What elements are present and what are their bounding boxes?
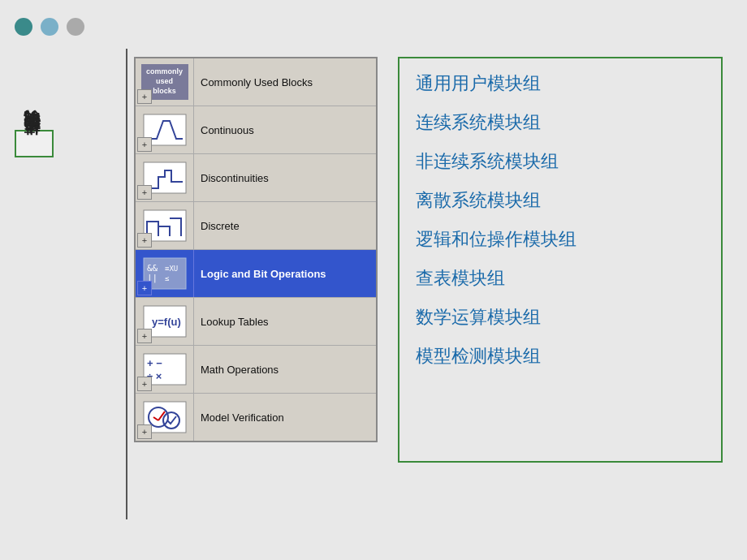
library-row[interactable]: Discontinuities + [136,154,376,202]
expand-discrete[interactable]: + [137,233,152,248]
expand-math[interactable]: + [137,377,152,391]
library-row[interactable]: commonlyused blocks Commonly Used Blocks… [136,58,376,106]
blue-dot [41,18,58,36]
expand-discontinuities[interactable]: + [137,185,152,200]
library-row-selected[interactable]: && || ≡XU ≤ Logic and Bit Operations + [136,250,376,298]
library-row[interactable]: + − ÷ × Math Operations + [136,346,376,394]
svg-text:≤: ≤ [165,274,170,282]
expand-model-verif[interactable]: + [137,424,152,439]
desc-item-1: 通用用户模块组 [416,71,705,96]
library-row[interactable]: Model Verification + [136,394,376,441]
desc-item-5: 逻辑和位操作模块组 [416,227,705,252]
desc-item-7: 数学运算模块组 [416,305,705,330]
description-panel: 通用用户模块组 连续系统模块组 非连续系统模块组 离散系统模块组 逻辑和位操作模… [398,57,723,463]
label-logic: Logic and Bit Operations [194,265,376,283]
label-lookup: Lookup Tables [194,312,376,331]
desc-item-8: 模型检测模块组 [416,344,705,368]
desc-item-6: 查表模块组 [416,266,705,291]
decorative-dots [15,18,84,36]
svg-text:y=f(u): y=f(u) [152,316,181,328]
desc-item-3: 非连续系统模块组 [416,149,705,174]
library-row[interactable]: y=f(u) Lookup Tables + [136,298,376,346]
vertical-divider [126,49,127,519]
expand-lookup[interactable]: + [137,329,152,343]
label-continuous: Continuous [194,121,376,140]
label-model-verif: Model Verification [194,408,376,427]
gray-dot [67,18,84,36]
library-row[interactable]: Continuous + [136,106,376,154]
svg-text:+  −: + − [147,357,162,369]
label-discontinuities: Discontinuities [194,169,376,187]
expand-logic[interactable]: + [137,281,152,295]
svg-text:≡XU: ≡XU [165,265,178,273]
label-commonly-used: Commonly Used Blocks [194,73,376,92]
label-math: Math Operations [194,360,376,379]
library-panel: commonlyused blocks Commonly Used Blocks… [134,57,378,442]
desc-item-2: 连续系统模块组 [416,110,705,135]
sidebar-label: 模块库功能说明 [15,130,54,157]
expand-commonly-used[interactable]: + [137,89,152,104]
teal-dot [15,18,32,36]
desc-item-4: 离散系统模块组 [416,188,705,213]
library-row[interactable]: Discrete + [136,202,376,250]
expand-continuous[interactable]: + [137,137,152,152]
label-discrete: Discrete [194,217,376,235]
